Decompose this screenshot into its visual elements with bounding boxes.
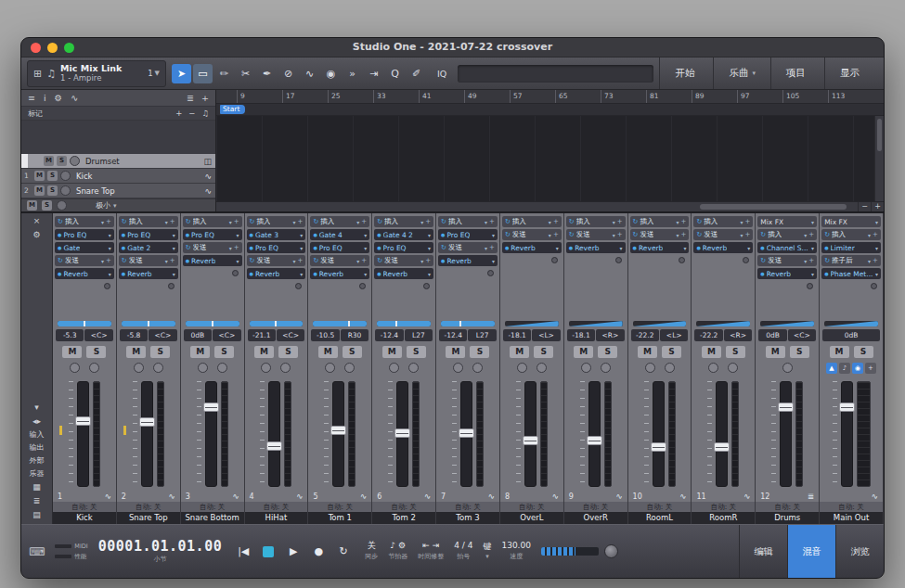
- metronome-control[interactable]: ♪⚙ 节拍器: [388, 542, 407, 561]
- tool-button[interactable]: ⇥: [364, 64, 383, 83]
- pan-readout[interactable]: <C>: [213, 329, 240, 341]
- zoom-in-icon[interactable]: +: [871, 202, 884, 211]
- pan-slider[interactable]: [633, 321, 687, 326]
- slot-row[interactable]: ↻●Gate 4 2▾+: [374, 229, 433, 240]
- solo-button[interactable]: S: [534, 346, 553, 358]
- solo-button[interactable]: S: [470, 346, 489, 358]
- key-control[interactable]: 键 ▾: [483, 543, 491, 560]
- slot-row[interactable]: ↻●发送▾+: [310, 255, 369, 266]
- wrench-icon[interactable]: ⚙: [55, 93, 63, 103]
- track-row[interactable]: 2 M S Snare Top ∿: [21, 184, 215, 198]
- list-icon[interactable]: ≣: [187, 93, 194, 103]
- return-to-zero-button[interactable]: |◀: [232, 543, 254, 561]
- pan-readout[interactable]: <C>: [149, 329, 176, 341]
- zoom-out-icon[interactable]: −: [858, 202, 871, 211]
- slot-row[interactable]: ↻●发送▾+: [566, 229, 626, 240]
- automation-mode-icon[interactable]: ∿: [679, 492, 686, 501]
- automation-mode[interactable]: 自动: 关: [692, 502, 755, 512]
- fader-track[interactable]: [780, 381, 792, 487]
- monitor-button[interactable]: [89, 363, 99, 373]
- slot-row[interactable]: ↻●Mix FX▾+: [757, 216, 817, 227]
- slot-row[interactable]: ↻●Reverb▾+: [55, 268, 114, 279]
- pan-slider[interactable]: [696, 321, 750, 326]
- pan-readout[interactable]: <L>: [532, 329, 560, 341]
- pan-readout[interactable]: <C>: [277, 329, 304, 341]
- channel-name[interactable]: Tom 2: [372, 512, 435, 524]
- slot-row[interactable]: ↻●发送▾+: [502, 229, 562, 240]
- tempo-control[interactable]: 130.00 速度: [501, 542, 531, 561]
- mute-button[interactable]: M: [382, 346, 402, 358]
- slot-row[interactable]: ↻●发送▾+: [693, 229, 753, 240]
- monitor-button[interactable]: [153, 363, 163, 373]
- fader-cap[interactable]: [651, 442, 666, 452]
- record-arm-button[interactable]: [389, 363, 399, 373]
- track-info-block[interactable]: ⊞ ♫ Mic Mix Link 1 - Ampire 1 ▼: [27, 60, 166, 87]
- automation-mode-icon[interactable]: ∿: [615, 492, 622, 501]
- slot-row[interactable]: ↻●发送▾+: [374, 255, 433, 266]
- level-readout[interactable]: -10.5: [311, 329, 339, 341]
- slot-row[interactable]: ↻●Mix FX▾+: [821, 216, 881, 227]
- console-sidebar-item[interactable]: ▦: [32, 483, 41, 492]
- channel-name[interactable]: Kick: [53, 512, 116, 524]
- solo-button[interactable]: S: [150, 346, 170, 358]
- slot-row[interactable]: ↻●插入▾+: [183, 216, 242, 227]
- track-row[interactable]: 1 M S Kick ∿: [21, 169, 215, 184]
- slot-row[interactable]: ↻●Reverb▾+: [438, 255, 498, 266]
- tool-button[interactable]: ➤: [172, 64, 191, 83]
- pan-slider[interactable]: [58, 321, 111, 326]
- fader-track[interactable]: [77, 381, 89, 487]
- automation-mode[interactable]: 自动: 关: [53, 502, 116, 512]
- slot-row[interactable]: ↻●插入▾+: [630, 216, 690, 227]
- channel-name[interactable]: RoomL: [628, 512, 692, 524]
- add-icon[interactable]: +: [865, 363, 876, 374]
- fader-cap[interactable]: [778, 403, 794, 412]
- nudge-right-icon[interactable]: ⇥: [433, 542, 440, 551]
- menu-button[interactable]: 显示: [824, 58, 878, 89]
- monitor-button[interactable]: [665, 363, 675, 373]
- slot-row[interactable]: ↻●发送▾+: [438, 242, 498, 253]
- tool-button[interactable]: ✒: [257, 64, 277, 83]
- automation-mode-icon[interactable]: ∿: [169, 492, 175, 501]
- slot-row[interactable]: ↻●插入▾+: [55, 216, 114, 227]
- view-mode-button[interactable]: 混音: [787, 525, 835, 578]
- solo-button[interactable]: S: [790, 346, 809, 358]
- tool-button[interactable]: ✏: [214, 64, 234, 83]
- music-icon[interactable]: ♫: [201, 109, 209, 118]
- inspector-icon[interactable]: i: [44, 93, 46, 103]
- timestretch-control[interactable]: ⇤⇥ 时间修整: [418, 542, 444, 561]
- pan-readout[interactable]: <C>: [84, 329, 112, 341]
- slot-row[interactable]: ↻●Reverb▾+: [183, 255, 242, 266]
- mute-button[interactable]: M: [318, 346, 338, 358]
- level-readout[interactable]: -21.1: [248, 329, 276, 341]
- position-display[interactable]: 00001.01.01.00 小节: [98, 539, 222, 564]
- scrollbar-thumb[interactable]: [700, 204, 847, 210]
- play-button[interactable]: ▶: [282, 543, 304, 561]
- slot-row[interactable]: ↻●Pro EQ▾+: [55, 229, 114, 240]
- mute-button[interactable]: M: [34, 185, 45, 196]
- automation-mode[interactable]: 自动: 关: [245, 502, 308, 512]
- channel-name[interactable]: Drums: [756, 512, 819, 524]
- slot-row[interactable]: ↻●插入▾+: [693, 216, 753, 227]
- menu-button[interactable]: 开始: [659, 58, 713, 89]
- automation-mode-icon[interactable]: ∿: [232, 492, 239, 501]
- slot-row[interactable]: ↻●发送▾+: [630, 229, 690, 240]
- timeline-ruler[interactable]: 9 17 25 33 41 49 57 65 73 81: [216, 90, 884, 104]
- solo-button[interactable]: S: [662, 346, 681, 358]
- monitor-button[interactable]: [280, 363, 291, 373]
- slot-row[interactable]: ↻●Reverb▾+: [374, 268, 433, 279]
- start-marker[interactable]: Start: [220, 105, 245, 114]
- pan-slider[interactable]: [186, 321, 239, 326]
- slot-row[interactable]: ↻●Reverb▾+: [630, 242, 690, 253]
- channel-name[interactable]: OverL: [500, 512, 563, 524]
- sync-toggle[interactable]: 关 同步: [365, 542, 378, 561]
- solo-button[interactable]: S: [214, 346, 234, 358]
- slot-row[interactable]: ↻●Reverb▾+: [757, 268, 817, 279]
- slot-row[interactable]: ↻●Gate 2▾+: [119, 242, 178, 253]
- slot-row[interactable]: ↻●发送▾+: [247, 255, 306, 266]
- automation-mode-icon[interactable]: ∿: [360, 492, 367, 501]
- slot-row[interactable]: ↻●Pro EQ▾+: [438, 229, 498, 240]
- solo-button[interactable]: S: [47, 185, 58, 196]
- level-readout[interactable]: 0dB: [184, 329, 212, 341]
- tool-button[interactable]: Q: [385, 64, 405, 83]
- fader-cap[interactable]: [266, 441, 282, 451]
